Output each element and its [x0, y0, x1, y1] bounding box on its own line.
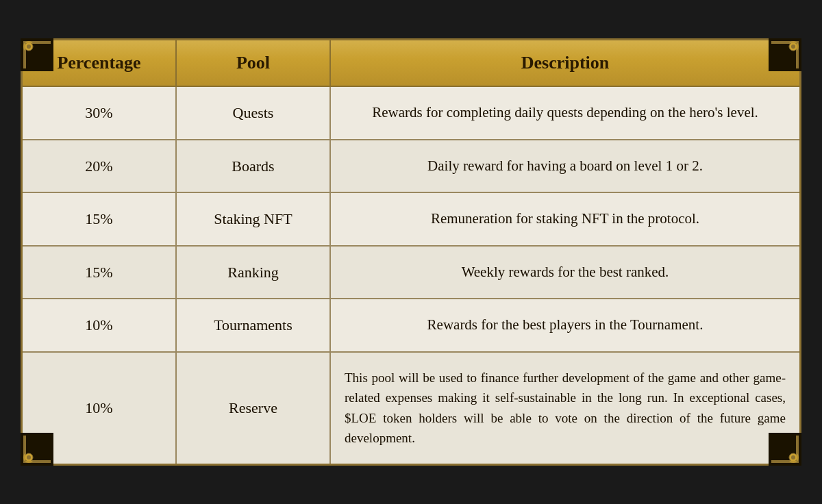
table-row: 15%Staking NFTRemuneration for staking N…: [23, 193, 799, 247]
corner-decoration-br: [769, 433, 801, 466]
percentage-cell: 10%: [23, 299, 177, 351]
corner-decoration-tl: [21, 38, 53, 71]
main-table: Percentage Pool Description 30%QuestsRew…: [21, 38, 801, 465]
description-cell: Weekly rewards for the best ranked.: [331, 247, 799, 299]
description-cell: Daily reward for having a board on level…: [331, 140, 799, 192]
pool-cell: Staking NFT: [177, 193, 331, 245]
pool-cell: Ranking: [177, 247, 331, 299]
description-cell: Rewards for completing daily quests depe…: [331, 87, 799, 139]
table-row: 10%TournamentsRewards for the best playe…: [23, 299, 799, 353]
pool-cell: Boards: [177, 140, 331, 192]
svg-point-2: [27, 45, 31, 49]
description-cell: Remuneration for staking NFT in the prot…: [331, 193, 799, 245]
header-description: Description: [331, 40, 799, 86]
table-row: 20%BoardsDaily reward for having a board…: [23, 140, 799, 194]
header-pool: Pool: [177, 40, 331, 86]
table-body: 30%QuestsRewards for completing daily qu…: [23, 87, 799, 463]
percentage-cell: 30%: [23, 87, 177, 139]
table-row: 30%QuestsRewards for completing daily qu…: [23, 87, 799, 140]
table-row: 10%ReserveThis pool will be used to fina…: [23, 353, 799, 464]
table-row: 15%RankingWeekly rewards for the best ra…: [23, 247, 799, 300]
pool-cell: Quests: [177, 87, 331, 139]
corner-decoration-bl: [21, 433, 53, 466]
percentage-cell: 15%: [23, 247, 177, 299]
svg-point-5: [791, 45, 795, 49]
pool-cell: Tournaments: [177, 299, 331, 351]
svg-point-11: [791, 455, 795, 459]
description-cell: Rewards for the best players in the Tour…: [331, 299, 799, 351]
table-header: Percentage Pool Description: [23, 40, 799, 87]
corner-decoration-tr: [769, 38, 801, 71]
percentage-cell: 20%: [23, 140, 177, 192]
description-cell: This pool will be used to finance furthe…: [331, 353, 799, 464]
pool-cell: Reserve: [177, 353, 331, 464]
svg-point-8: [27, 455, 31, 459]
percentage-cell: 15%: [23, 193, 177, 245]
